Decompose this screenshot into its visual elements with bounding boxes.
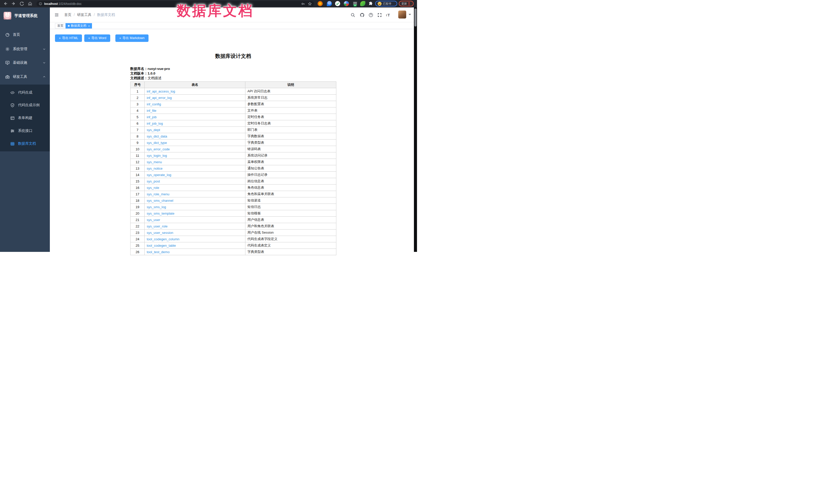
table-row: 20 sys_sms_template 短信模板 — [131, 210, 336, 217]
tag-label: 数据库文档 — [71, 24, 86, 28]
extension-check-icon[interactable] — [335, 1, 340, 6]
table-row: 7 sys_dept 部门表 — [131, 127, 336, 133]
table-name-link[interactable]: sys_error_code — [145, 146, 245, 152]
browser-refresh-icon[interactable] — [20, 1, 24, 6]
submenu-item-api[interactable]: 系统接口 — [0, 125, 50, 137]
table-desc: 菜单权限表 — [245, 159, 336, 165]
col-header-desc: 说明 — [245, 82, 336, 88]
fullscreen-icon[interactable] — [377, 13, 382, 18]
profile-paused-chip[interactable]: 已暂停 — [375, 1, 397, 6]
breadcrumb-devtools[interactable]: 研发工具 — [77, 13, 91, 17]
sidebar-item-devtools[interactable]: 研发工具 — [0, 72, 50, 82]
breadcrumb-separator: / — [74, 13, 75, 17]
table-name-link[interactable]: sys_user — [145, 217, 245, 223]
row-index: 3 — [131, 101, 145, 107]
submenu-item-label: 表单构建 — [18, 116, 32, 120]
breadcrumb-home[interactable]: 首页 — [64, 13, 71, 17]
table-name-link[interactable]: sys_role_menu — [145, 191, 245, 197]
table-name-link[interactable]: tool_codegen_column — [145, 236, 245, 242]
scrollbar-thumb[interactable] — [414, 8, 416, 26]
extension-puzzle-icon[interactable] — [368, 1, 373, 6]
table-name-link[interactable]: sys_user_role — [145, 223, 245, 229]
submenu-item-codegen-demo[interactable]: 代码生成示例 — [0, 99, 50, 112]
row-index: 23 — [131, 229, 145, 236]
devtools-submenu: 代码生成 代码生成示例 表单构建 系统接口 数据库文档 — [0, 85, 50, 151]
window-scrollbar[interactable] — [414, 7, 417, 252]
browser-home-icon[interactable] — [28, 1, 32, 6]
table-desc: 字典数据表 — [245, 133, 336, 139]
table-name-link[interactable]: sys_dept — [145, 127, 245, 133]
update-label: 更新 — [401, 2, 407, 6]
submenu-item-db-doc[interactable]: 数据库文档 — [0, 137, 50, 150]
table-name-link[interactable]: sys_operate_log — [145, 172, 245, 178]
bookmark-star-icon[interactable] — [308, 2, 312, 6]
sidebar-item-system[interactable]: 系统管理 — [0, 44, 50, 54]
table-name-link[interactable]: sys_menu — [145, 159, 245, 165]
table-desc: 岗位信息表 — [245, 178, 336, 184]
address-bar[interactable]: localhost:1024/tool/db-doc — [37, 1, 314, 6]
row-index: 7 — [131, 127, 145, 133]
table-name-link[interactable]: tool_codegen_table — [145, 242, 245, 249]
extension-leaf-icon[interactable] — [360, 1, 365, 6]
row-index: 15 — [131, 178, 145, 184]
table-name-link[interactable]: inf_api_error_log — [145, 94, 245, 101]
table-name-link[interactable]: sys_login_log — [145, 152, 245, 159]
table-name-link[interactable]: sys_dict_data — [145, 133, 245, 139]
table-desc: API 访问日志表 — [245, 88, 336, 94]
table-name-link[interactable]: sys_user_session — [145, 229, 245, 236]
table-name-link[interactable]: tool_test_demo — [145, 249, 245, 252]
sidebar-item-infra[interactable]: 基础设施 — [0, 58, 50, 68]
extension-list-icon[interactable]: on — [352, 1, 358, 6]
doc-info-line: 文档描述：文档描述 — [130, 76, 170, 81]
help-icon[interactable] — [369, 13, 373, 18]
table-name-link[interactable]: inf_config — [145, 101, 245, 107]
paused-label: 已暂停 — [383, 2, 391, 6]
sidebar-item-home[interactable]: 首页 — [0, 29, 50, 40]
export-html-button[interactable]: +导出 HTML — [55, 35, 82, 42]
extension-pin-icon[interactable] — [327, 1, 332, 6]
table-name-link[interactable]: sys_sms_template — [145, 210, 245, 217]
submenu-item-form-builder[interactable]: 表单构建 — [0, 112, 50, 125]
export-word-button[interactable]: +导出 Word — [84, 35, 110, 42]
tag-db-doc[interactable]: 数据库文档 × — [66, 23, 92, 28]
table-name-link[interactable]: sys_dict_type — [145, 139, 245, 146]
font-size-icon[interactable]: tT — [386, 13, 391, 18]
browser-update-chip[interactable]: 更新 — [399, 1, 414, 6]
row-index: 22 — [131, 223, 145, 229]
table-name-link[interactable]: inf_job — [145, 114, 245, 120]
submenu-item-codegen[interactable]: 代码生成 — [0, 86, 50, 99]
row-index: 11 — [131, 152, 145, 159]
browser-forward-icon[interactable] — [11, 1, 16, 6]
table-name-link[interactable]: sys_notice — [145, 165, 245, 172]
user-avatar[interactable] — [398, 10, 406, 19]
collapse-sidebar-icon[interactable] — [54, 13, 59, 17]
table-name-link[interactable]: sys_post — [145, 178, 245, 184]
table-name-link[interactable]: sys_role — [145, 184, 245, 191]
tag-home[interactable]: 首页 — [55, 23, 66, 28]
extension-icon-1[interactable] — [317, 1, 323, 6]
page-info-icon[interactable] — [39, 2, 42, 5]
github-icon[interactable] — [360, 13, 365, 18]
app-logo[interactable]: 芋道管理系统 — [0, 10, 50, 21]
table-name-link[interactable]: sys_sms_log — [145, 204, 245, 210]
code-icon — [10, 90, 15, 95]
avatar-caret-icon[interactable] — [409, 14, 411, 17]
export-markdown-button[interactable]: +导出 Markdown — [115, 35, 149, 42]
table-name-link[interactable]: inf_job_log — [145, 120, 245, 127]
sidebar: 芋道管理系统 首页 系统管理 基础设施 研发工具 代码生成 代码生成示例 表单构… — [0, 7, 50, 252]
password-key-icon[interactable] — [301, 2, 305, 6]
table-desc: 字典类型表 — [245, 249, 336, 252]
search-icon[interactable] — [350, 13, 355, 18]
browser-back-icon[interactable] — [3, 1, 8, 6]
extension-mosaic-icon[interactable] — [344, 1, 349, 6]
browser-menu-icon[interactable] — [409, 2, 410, 5]
table-row: 16 sys_role 角色信息表 — [131, 184, 336, 191]
row-index: 8 — [131, 133, 145, 139]
doc-title: 数据库设计文档 — [130, 53, 336, 60]
plus-icon: + — [88, 36, 90, 40]
tag-close-icon[interactable]: × — [88, 24, 90, 27]
table-name-link[interactable]: inf_file — [145, 107, 245, 114]
table-name-link[interactable]: inf_api_access_log — [145, 88, 245, 94]
table-name-link[interactable]: sys_sms_channel — [145, 197, 245, 204]
table-desc: 代码生成表定义 — [245, 242, 336, 249]
